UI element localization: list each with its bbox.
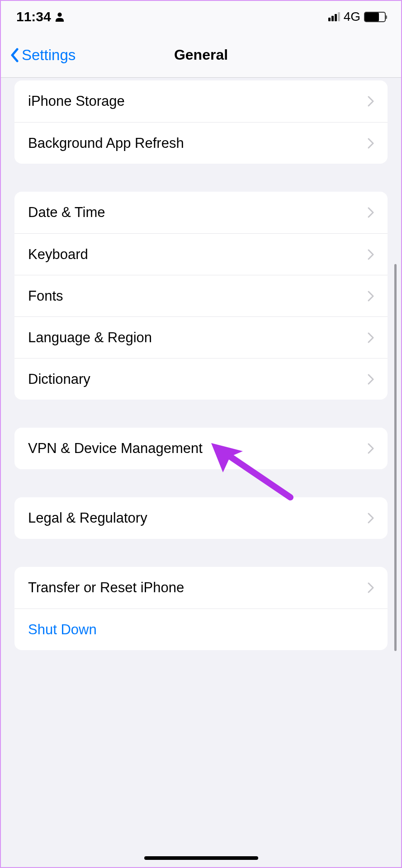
row-vpn-device-management[interactable]: VPN & Device Management	[14, 428, 388, 469]
back-button[interactable]: Settings	[10, 47, 76, 64]
settings-group: Transfer or Reset iPhoneShut Down	[14, 567, 388, 650]
row-transfer-reset[interactable]: Transfer or Reset iPhone	[14, 567, 388, 609]
chevron-right-icon	[368, 332, 374, 343]
row-label: Background App Refresh	[28, 135, 184, 151]
chevron-right-icon	[368, 291, 374, 302]
chevron-right-icon	[368, 374, 374, 385]
chevron-right-icon	[368, 249, 374, 260]
status-bar: 11:34 4G	[1, 1, 401, 33]
row-background-app-refresh[interactable]: Background App Refresh	[14, 122, 388, 164]
settings-group: Date & TimeKeyboardFontsLanguage & Regio…	[14, 192, 388, 400]
home-indicator[interactable]	[144, 856, 258, 860]
chevron-right-icon	[368, 443, 374, 454]
back-label: Settings	[22, 47, 76, 64]
row-fonts[interactable]: Fonts	[14, 275, 388, 316]
chevron-right-icon	[368, 207, 374, 218]
chevron-left-icon	[10, 48, 19, 62]
row-label: iPhone Storage	[28, 93, 125, 109]
row-iphone-storage[interactable]: iPhone Storage	[14, 80, 388, 122]
settings-group: iPhone StorageBackground App Refresh	[14, 80, 388, 164]
row-label: Date & Time	[28, 204, 105, 221]
network-label: 4G	[344, 9, 360, 24]
content: iPhone StorageBackground App RefreshDate…	[1, 80, 401, 677]
nav-header: Settings General	[1, 33, 401, 78]
row-label: Shut Down	[28, 622, 97, 638]
row-label: Transfer or Reset iPhone	[28, 580, 184, 596]
row-legal-regulatory[interactable]: Legal & Regulatory	[14, 497, 388, 539]
battery-icon	[364, 12, 386, 22]
status-right: 4G	[328, 9, 386, 24]
row-label: Dictionary	[28, 371, 90, 387]
row-label: Language & Region	[28, 330, 152, 346]
chevron-right-icon	[368, 96, 374, 107]
row-label: VPN & Device Management	[28, 440, 203, 457]
scroll-indicator[interactable]	[394, 264, 397, 651]
row-dictionary[interactable]: Dictionary	[14, 358, 388, 400]
row-label: Fonts	[28, 288, 63, 304]
row-label: Keyboard	[28, 246, 88, 263]
settings-group: VPN & Device Management	[14, 428, 388, 469]
row-language-region[interactable]: Language & Region	[14, 316, 388, 358]
row-label: Legal & Regulatory	[28, 510, 147, 526]
chevron-right-icon	[368, 513, 374, 524]
page-title: General	[174, 47, 228, 63]
status-left: 11:34	[16, 9, 65, 24]
row-keyboard[interactable]: Keyboard	[14, 233, 388, 275]
settings-group: Legal & Regulatory	[14, 497, 388, 539]
person-icon	[55, 11, 65, 22]
chevron-right-icon	[368, 582, 374, 593]
status-time: 11:34	[16, 9, 51, 24]
row-shut-down[interactable]: Shut Down	[14, 609, 388, 650]
chevron-right-icon	[368, 138, 374, 149]
signal-icon	[328, 12, 340, 21]
svg-point-0	[57, 13, 61, 17]
row-date-time[interactable]: Date & Time	[14, 192, 388, 233]
